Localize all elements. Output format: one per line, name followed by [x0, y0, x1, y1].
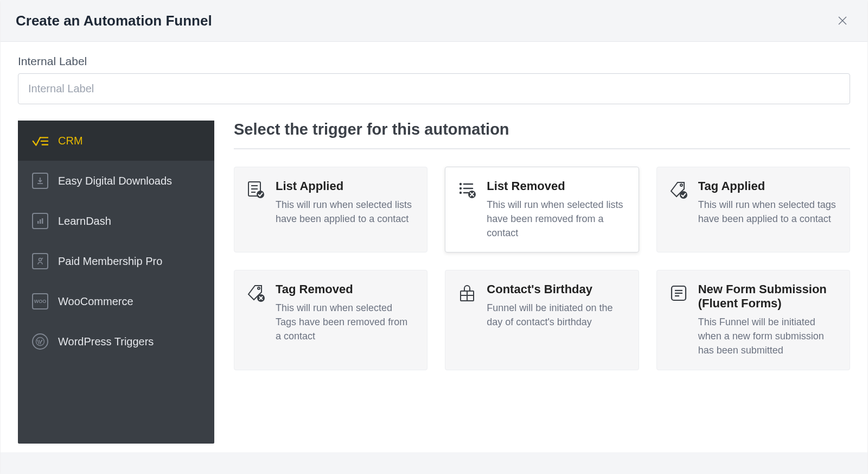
main-content: Select the trigger for this automation: [234, 121, 850, 452]
trigger-tag-removed[interactable]: Tag Removed This will run when selected …: [234, 270, 427, 370]
tag-applied-icon: [669, 180, 688, 200]
birthday-icon: [457, 283, 477, 303]
svg-point-8: [39, 258, 42, 261]
crm-check-icon: [32, 132, 48, 149]
trigger-grid: List Applied This will run when selected…: [234, 167, 850, 370]
svg-point-15: [459, 183, 462, 185]
learndash-icon: [32, 213, 48, 229]
trigger-title: New Form Submission (Fluent Forms): [698, 282, 838, 311]
modal-footer: [1, 452, 867, 474]
woocommerce-icon: WOO: [32, 293, 48, 309]
svg-point-24: [680, 184, 682, 186]
trigger-title: Contact's Birthday: [487, 282, 626, 296]
trigger-desc: This will run when selected tags have be…: [698, 198, 838, 226]
sidebar-item-wordpress[interactable]: WordPress Triggers: [18, 321, 214, 362]
automation-funnel-modal: Create an Automation Funnel Internal Lab…: [1, 0, 867, 474]
body-layout: CRM Easy Digital Downloads: [1, 121, 867, 452]
trigger-list-applied[interactable]: List Applied This will run when selected…: [234, 167, 427, 252]
svg-rect-7: [42, 218, 43, 224]
internal-label-field-label: Internal Label: [18, 55, 850, 68]
sidebar-label: CRM: [58, 135, 83, 147]
svg-point-19: [459, 192, 462, 194]
trigger-desc: This Funnel will be initiated when a new…: [698, 315, 838, 357]
trigger-desc: This will run when selected lists have b…: [276, 198, 415, 226]
trigger-title: List Removed: [487, 179, 626, 193]
sidebar-label: WordPress Triggers: [58, 336, 154, 348]
sidebar-item-learndash[interactable]: LearnDash: [18, 201, 214, 241]
pmp-icon: [32, 253, 48, 269]
trigger-desc: This will run when selected Tags have be…: [276, 301, 415, 343]
close-icon: [838, 16, 847, 26]
sidebar-label: LearnDash: [58, 215, 111, 227]
internal-label-input[interactable]: [18, 73, 850, 104]
sidebar-item-edd[interactable]: Easy Digital Downloads: [18, 161, 214, 201]
trigger-new-form-submission[interactable]: New Form Submission (Fluent Forms) This …: [656, 270, 850, 370]
svg-point-25: [680, 191, 687, 199]
modal-title: Create an Automation Funnel: [16, 12, 212, 29]
list-applied-icon: [246, 180, 266, 200]
wordpress-icon: [32, 333, 48, 350]
trigger-desc: Funnel will be initiated on the day of c…: [487, 301, 626, 329]
trigger-list-removed[interactable]: List Removed This will run when selected…: [445, 167, 639, 252]
svg-point-17: [459, 187, 462, 189]
sidebar-label: Paid Membership Pro: [58, 255, 162, 268]
list-removed-icon: [457, 180, 477, 200]
sidebar-item-crm[interactable]: CRM: [18, 121, 214, 161]
trigger-title: Tag Removed: [276, 282, 415, 296]
form-icon: [669, 283, 688, 303]
svg-point-9: [36, 338, 44, 346]
trigger-title: Tag Applied: [698, 179, 838, 193]
trigger-title: List Applied: [276, 179, 415, 193]
svg-point-26: [258, 287, 260, 289]
svg-rect-5: [37, 221, 39, 224]
sidebar-item-pmp[interactable]: Paid Membership Pro: [18, 241, 214, 281]
internal-label-section: Internal Label: [1, 42, 867, 121]
edd-icon: [32, 173, 48, 189]
trigger-contacts-birthday[interactable]: Contact's Birthday Funnel will be initia…: [445, 270, 639, 370]
svg-point-14: [257, 191, 264, 198]
tag-removed-icon: [246, 283, 266, 303]
sidebar-label: Easy Digital Downloads: [58, 175, 172, 187]
sidebar-item-woocommerce[interactable]: WOO WooCommerce: [18, 281, 214, 321]
category-sidebar: CRM Easy Digital Downloads: [18, 121, 214, 444]
close-button[interactable]: [833, 11, 852, 30]
modal-header: Create an Automation Funnel: [1, 0, 867, 42]
sidebar-label: WooCommerce: [58, 295, 133, 308]
svg-rect-6: [40, 219, 41, 224]
trigger-desc: This will run when selected lists have b…: [487, 198, 626, 240]
trigger-section-title: Select the trigger for this automation: [234, 121, 850, 149]
trigger-tag-applied[interactable]: Tag Applied This will run when selected …: [656, 167, 850, 252]
